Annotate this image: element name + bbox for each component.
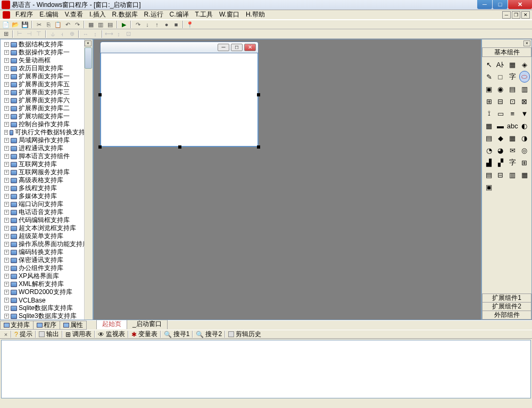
align-left-icon[interactable]: ⊢ — [15, 30, 24, 38]
palette-component[interactable]: ⊞ — [519, 157, 530, 168]
palette-component[interactable]: ◑ — [519, 132, 530, 144]
palette-component[interactable]: ▟ — [484, 157, 494, 168]
expand-icon[interactable]: + — [4, 170, 9, 175]
palette-component[interactable]: ▥ — [519, 83, 530, 95]
palette-component[interactable]: 字 — [506, 157, 519, 168]
expand-icon[interactable]: + — [4, 250, 9, 255]
tree-item[interactable]: +扩展界面支持库三 — [2, 88, 92, 96]
palette-component[interactable]: ◎ — [519, 144, 530, 156]
palette-component[interactable]: □ — [495, 71, 505, 83]
expand-icon[interactable]: + — [4, 146, 9, 151]
dist-v-icon[interactable]: ↕ — [91, 30, 99, 38]
close-button[interactable]: ✕ — [508, 0, 532, 9]
palette-component[interactable]: ▤ — [506, 83, 519, 95]
step-out-icon[interactable]: ↑ — [153, 20, 161, 29]
palette-tab-ext2[interactable]: 扩展组件2 — [482, 302, 531, 311]
expand-icon[interactable]: + — [4, 90, 9, 95]
tree-item[interactable]: +超文本浏览框支持库 — [2, 224, 92, 232]
new-icon[interactable]: 📄 — [2, 20, 10, 29]
form-designer-canvas[interactable]: ─ □ ✕ — [93, 39, 481, 320]
mdi-minimize-button[interactable]: ─ — [502, 11, 511, 19]
menu-edit[interactable]: E.编辑 — [36, 10, 61, 20]
align-right-icon[interactable]: ⊣ — [25, 30, 34, 38]
expand-icon[interactable]: + — [4, 242, 9, 247]
tree-item[interactable]: +电话语音支持库 — [2, 208, 92, 216]
tree-item[interactable]: +XP风格界面库 — [2, 272, 92, 280]
palette-component[interactable]: ⊟ — [495, 95, 505, 107]
expand-icon[interactable]: + — [4, 298, 9, 303]
expand-icon[interactable]: + — [4, 290, 9, 295]
palette-tab-external[interactable]: 外部组件 — [482, 311, 531, 320]
copy-icon[interactable]: ⎘ — [44, 20, 53, 29]
palette-component[interactable]: ▣ — [484, 83, 494, 95]
output-tab-clip[interactable]: 剪辑历史 — [226, 330, 263, 339]
location-icon[interactable]: 📍 — [186, 20, 194, 29]
expand-icon[interactable]: + — [4, 130, 8, 135]
tree-item[interactable]: +扩展界面支持库六 — [2, 96, 92, 104]
resize-handle[interactable] — [98, 93, 102, 96]
tab-properties[interactable]: 属性 — [60, 321, 87, 330]
mdi-restore-button[interactable]: ❐ — [512, 11, 520, 19]
tree-item[interactable]: +互联网支持库 — [2, 160, 92, 168]
output-tab-tips[interactable]: ?提示 — [12, 330, 35, 339]
menu-insert[interactable]: I.插入 — [86, 10, 109, 20]
expand-icon[interactable]: + — [4, 122, 9, 127]
output-panel-close-button[interactable]: × — [2, 330, 10, 339]
tree-item[interactable]: +进程通讯支持库 — [2, 144, 92, 152]
palette-close-button[interactable]: × — [523, 40, 530, 46]
tree-item[interactable]: +高级表格支持库 — [2, 176, 92, 184]
cut-icon[interactable]: ✂ — [35, 20, 43, 29]
step-into-icon[interactable]: ↓ — [143, 20, 152, 29]
minimize-button[interactable]: ─ — [477, 0, 492, 9]
grid-icon[interactable]: ⊞ — [2, 30, 10, 38]
design-form-titlebar[interactable]: ─ □ ✕ — [100, 42, 259, 53]
expand-icon[interactable]: + — [4, 266, 9, 271]
menu-tools[interactable]: T.工具 — [192, 10, 216, 20]
design-form-minimize-button[interactable]: ─ — [218, 44, 229, 51]
resize-handle[interactable] — [257, 145, 260, 149]
palette-component[interactable]: ↖ — [484, 59, 494, 70]
expand-icon[interactable]: + — [4, 210, 9, 215]
palette-component[interactable]: ✉ — [506, 144, 519, 156]
palette-component[interactable]: ▬ — [495, 120, 505, 132]
palette-component[interactable]: ▤ — [484, 169, 494, 181]
output-tab-calltable[interactable]: ⊞调用表 — [63, 330, 94, 339]
design-form-body[interactable] — [100, 53, 259, 147]
scrollbar-thumb[interactable] — [85, 47, 92, 69]
tree-item[interactable]: +矢量动画框 — [2, 56, 92, 64]
expand-icon[interactable]: + — [4, 82, 9, 87]
palette-component[interactable]: ▣ — [484, 181, 494, 193]
tree-item[interactable]: +Sqlite数据库支持库 — [2, 304, 92, 312]
expand-icon[interactable]: + — [4, 258, 9, 263]
library-tree[interactable]: +数据结构支持库+数据操作支持库一+矢量动画框+农历日期支持库+扩展界面支持库一… — [1, 39, 93, 320]
expand-icon[interactable]: + — [4, 74, 9, 79]
palette-header[interactable]: 基本组件 — [482, 47, 531, 57]
align-v-icon[interactable]: ⫞ — [58, 30, 66, 38]
tree-item[interactable]: +扩展功能支持库一 — [2, 112, 92, 120]
palette-component[interactable]: ▞ — [495, 157, 505, 168]
expand-icon[interactable]: + — [4, 202, 9, 207]
tree-item[interactable]: +多线程支持库 — [2, 184, 92, 192]
maximize-button[interactable]: □ — [493, 0, 508, 9]
tree-item[interactable]: +操作系统界面功能支持库 — [2, 240, 92, 248]
palette-component[interactable]: ≡ — [506, 108, 519, 119]
palette-component[interactable]: Aﾄ — [495, 59, 505, 70]
resize-handle[interactable] — [98, 145, 102, 149]
palette-component[interactable]: ⬭ — [519, 71, 530, 83]
layout3-icon[interactable]: ▤ — [106, 20, 114, 29]
resize-handle[interactable] — [257, 93, 260, 96]
menu-run[interactable]: R.运行 — [141, 10, 167, 20]
palette-component[interactable]: ⊡ — [506, 95, 519, 107]
tree-item[interactable]: +保密通讯支持库 — [2, 256, 92, 264]
expand-icon[interactable]: + — [4, 98, 9, 103]
expand-icon[interactable]: + — [4, 306, 9, 311]
design-form-maximize-button[interactable]: □ — [231, 44, 243, 51]
expand-icon[interactable]: + — [4, 106, 9, 111]
output-tab-search2[interactable]: 🔍搜寻2 — [194, 330, 224, 339]
palette-component[interactable]: ◆ — [495, 132, 505, 144]
menu-view[interactable]: V.查看 — [62, 10, 86, 20]
palette-tab-ext1[interactable]: 扩展组件1 — [482, 293, 531, 303]
output-tab-vars[interactable]: ✱变量表 — [129, 330, 160, 339]
align-h-icon[interactable]: ⫝ — [48, 30, 57, 38]
paste-icon[interactable]: 📋 — [54, 20, 62, 29]
